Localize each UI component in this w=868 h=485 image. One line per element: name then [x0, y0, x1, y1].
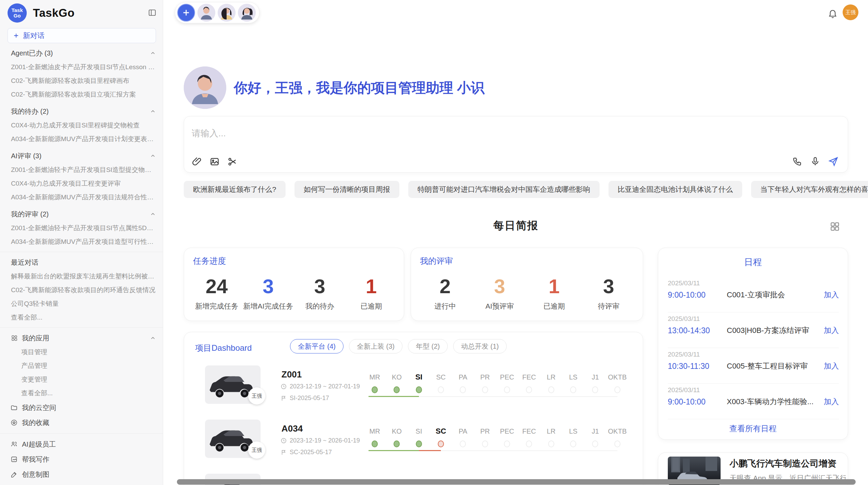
- list-item[interactable]: Z001-全新燃油轻卡产品开发项目SI造型提交物评审: [0, 163, 163, 177]
- suggestion-chip[interactable]: 欧洲新规最近颁布了什么?: [184, 181, 286, 198]
- join-link[interactable]: 加入: [824, 397, 839, 407]
- suggestion-chip[interactable]: 特朗普可能对进口汽车增税会对中国车企造成哪些影响: [408, 181, 600, 198]
- assistant-avatar: [184, 66, 226, 109]
- milestone-stop[interactable]: KO: [386, 363, 408, 393]
- milestone-stop[interactable]: SC: [430, 417, 452, 447]
- send-icon[interactable]: [828, 156, 839, 167]
- milestone-stop[interactable]: PEC: [496, 417, 518, 447]
- chat-input[interactable]: [192, 123, 759, 144]
- milestone-stop[interactable]: MR: [364, 363, 386, 393]
- milestone-stop[interactable]: PR: [474, 417, 496, 447]
- sidebar-item-help-write[interactable]: 帮我写作: [0, 452, 163, 467]
- user-avatar[interactable]: 王强: [843, 4, 858, 20]
- section-ai-review[interactable]: AI评审 (3): [0, 149, 163, 163]
- team-bar: [175, 2, 260, 23]
- tab-powertrain[interactable]: 动总开发 (1): [453, 339, 507, 353]
- milestone-stop[interactable]: LR: [540, 363, 562, 393]
- milestone-stop[interactable]: LS: [562, 363, 584, 393]
- milestone-stop[interactable]: OKTB: [606, 417, 628, 447]
- list-item[interactable]: Z001-全新燃油皮卡产品开发项目SI节点Lesson Learn报告: [0, 60, 163, 74]
- milestone-stop[interactable]: J1: [584, 417, 606, 447]
- horizontal-scrollbar[interactable]: [177, 479, 856, 485]
- app-item-change-mgmt[interactable]: 变更管理: [0, 373, 163, 386]
- new-chat-button[interactable]: 新对话: [8, 28, 156, 43]
- tab-model-year[interactable]: 年型 (2): [408, 339, 448, 353]
- milestone-stop[interactable]: FEC: [518, 363, 540, 393]
- milestone-stop[interactable]: LR: [540, 417, 562, 447]
- recent-chat-item[interactable]: 公司Q3轻卡销量: [0, 297, 163, 311]
- milestone-overdue-line: [419, 450, 441, 451]
- list-item[interactable]: A034-全新新能源MUV产品开发项目计划变更表编写: [0, 132, 163, 146]
- app-item-product-mgmt[interactable]: 产品管理: [0, 359, 163, 373]
- list-item[interactable]: C0X4-动力总成开发项目SI里程碑提交物检查: [0, 119, 163, 132]
- view-all-link[interactable]: 查看全部...: [0, 311, 163, 324]
- card-title: 我的评审: [420, 256, 453, 266]
- avatar[interactable]: [218, 4, 236, 22]
- section-header-label: 我的待办 (2): [11, 107, 49, 116]
- collapse-sidebar-icon[interactable]: [148, 8, 157, 17]
- milestone-stop[interactable]: SI: [408, 363, 430, 393]
- milestone-stop[interactable]: FEC: [518, 417, 540, 447]
- schedule-date: 2025/03/11: [668, 351, 700, 358]
- join-link[interactable]: 加入: [824, 325, 839, 336]
- milestone-stop[interactable]: SI: [408, 417, 430, 447]
- phone-icon[interactable]: [792, 156, 803, 166]
- milestone-dot: [482, 386, 488, 393]
- milestone-stop[interactable]: PA: [452, 417, 474, 447]
- suggestion-chip[interactable]: 当下年轻人对汽车外观有怎样的喜好趋势: [751, 181, 868, 198]
- schedule-time: 9:00-10:00: [668, 290, 727, 300]
- milestone-stop[interactable]: LS: [562, 417, 584, 447]
- milestone-stop[interactable]: PA: [452, 363, 474, 393]
- list-item[interactable]: C0X4-动力总成开发项目工程变更评审: [0, 177, 163, 190]
- sidebar-item-creative-draw[interactable]: 创意制图: [0, 467, 163, 482]
- view-all-schedule-link[interactable]: 查看所有日程: [658, 423, 848, 434]
- sidebar-item-ai-staff[interactable]: AI超级员工: [0, 437, 163, 452]
- milestone-stop[interactable]: PEC: [496, 363, 518, 393]
- join-link[interactable]: 加入: [824, 361, 839, 371]
- layout-grid-icon[interactable]: [830, 221, 840, 232]
- view-all-link[interactable]: 查看全部...: [0, 386, 163, 400]
- milestone-stop[interactable]: MR: [364, 417, 386, 447]
- milestone-dot: [548, 386, 554, 393]
- section-my-apps[interactable]: 我的应用: [0, 331, 163, 345]
- list-item[interactable]: A034-全新新能源MUV产品开发项目法规符合性评审: [0, 190, 163, 204]
- avatar[interactable]: [197, 4, 215, 22]
- avatar[interactable]: [238, 4, 256, 22]
- tab-new-platform[interactable]: 全新平台 (4): [290, 339, 343, 353]
- suggestion-chip[interactable]: 如何写一份清晰的项目周报: [294, 181, 399, 198]
- schedule-time: 9:00-10:00: [668, 397, 727, 407]
- milestone-stop[interactable]: PR: [474, 363, 496, 393]
- section-my-review[interactable]: 我的评审 (2): [0, 207, 163, 221]
- notification-bell-icon[interactable]: [828, 8, 838, 18]
- stat: 1 已逾期: [346, 270, 397, 317]
- stat-value: 3: [314, 276, 325, 297]
- sidebar-item-cloud-space[interactable]: 我的云空间: [0, 400, 163, 415]
- milestone-stop[interactable]: OKTB: [606, 363, 628, 393]
- join-link[interactable]: 加入: [824, 290, 839, 300]
- image-upload-icon[interactable]: [209, 157, 220, 167]
- app-item-project-mgmt[interactable]: 项目管理: [0, 345, 163, 359]
- project-row[interactable]: 王强 Z001 2023-12-19 ~ 2027-01-19 SI-2025-…: [184, 363, 643, 417]
- sidebar-scroll[interactable]: Agent已办 (3) Z001-全新燃油皮卡产品开发项目SI节点Lesson …: [0, 43, 163, 485]
- microphone-icon[interactable]: [810, 156, 820, 166]
- schedule-time: 10:30-11:30: [668, 362, 727, 371]
- project-row[interactable]: 王强 A034 2023-12-19 ~ 2026-01-19 SC-2025-…: [184, 417, 643, 471]
- list-item[interactable]: Z001-全新燃油轻卡产品开发项目SI节点属性5D文件评审: [0, 221, 163, 235]
- project-dashboard-card: 项目Dashboard 全新平台 (4) 全新上装 (3) 年型 (2) 动总开…: [184, 332, 643, 485]
- list-item[interactable]: A034-全新新能源MUV产品开发项目造型可行性评审: [0, 235, 163, 249]
- milestone-stop[interactable]: SC: [430, 363, 452, 393]
- scissors-icon[interactable]: [227, 157, 238, 167]
- recent-chat-item[interactable]: 解释最新出台的欧盟报废车法规再生塑料比例被调至15%...: [0, 270, 163, 283]
- recent-chat-item[interactable]: C02-飞腾新能源轻客改款项目的闭环通告反馈情况: [0, 283, 163, 297]
- list-item[interactable]: C02-飞腾新能源轻客改款项目里程碑画布: [0, 74, 163, 88]
- list-item[interactable]: C02-飞腾新能源轻客改款项目立项汇报方案: [0, 88, 163, 101]
- tab-new-body[interactable]: 全新上装 (3): [349, 339, 402, 353]
- sidebar-item-favorites[interactable]: 我的收藏: [0, 415, 163, 430]
- attachment-icon[interactable]: [192, 157, 202, 167]
- milestone-stop[interactable]: KO: [386, 417, 408, 447]
- add-member-button[interactable]: [177, 4, 195, 22]
- section-my-todo[interactable]: 我的待办 (2): [0, 104, 163, 119]
- section-agent-done[interactable]: Agent已办 (3): [0, 46, 163, 60]
- milestone-stop[interactable]: J1: [584, 363, 606, 393]
- suggestion-chip[interactable]: 比亚迪全固态电池计划具体说了什么: [608, 181, 742, 198]
